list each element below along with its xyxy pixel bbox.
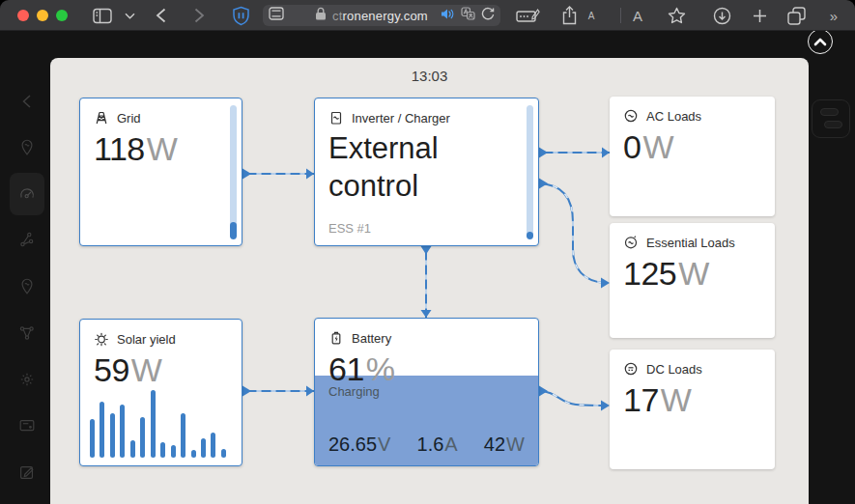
solar-sun-icon xyxy=(94,331,109,347)
solar-mini-chart xyxy=(90,388,226,458)
ac-loads-label: AC Loads xyxy=(646,109,701,124)
dc-loads-card[interactable]: DC Loads 17W xyxy=(610,350,775,469)
solar-bar xyxy=(211,433,215,458)
grid-gauge xyxy=(230,105,237,239)
inverter-gauge xyxy=(527,105,533,239)
autofill-icon[interactable] xyxy=(514,0,543,31)
forward-icon[interactable] xyxy=(189,0,209,31)
back-icon[interactable] xyxy=(151,0,170,31)
inverter-card[interactable]: Inverter / Charger External control ESS … xyxy=(314,98,539,246)
text-smaller-button[interactable]: A xyxy=(584,0,599,31)
translate-icon[interactable] xyxy=(461,7,475,24)
ac-loads-card[interactable]: AC Loads 0W xyxy=(610,97,775,216)
battery-voltage: 26.65V xyxy=(328,434,390,456)
collapse-overlay-button[interactable] xyxy=(808,29,833,54)
sidebar-item-settings[interactable] xyxy=(10,360,44,399)
grid-gauge-fill xyxy=(230,222,237,239)
solar-bar xyxy=(130,440,135,458)
new-tab-icon[interactable] xyxy=(750,0,769,31)
dc-loads-icon xyxy=(623,361,639,377)
battery-icon xyxy=(328,330,344,346)
sidebar-toggle-icon[interactable] xyxy=(91,0,114,31)
shield-pause-icon[interactable] xyxy=(228,0,253,31)
solar-bar xyxy=(171,445,176,458)
sidebar-item-dashboard-pin[interactable] xyxy=(10,128,44,167)
solar-bar xyxy=(140,417,145,458)
inverter-mode: External control xyxy=(328,129,525,205)
ac-loads-icon xyxy=(623,108,639,124)
share-icon[interactable] xyxy=(558,0,580,31)
url-text: ctronenergy.com xyxy=(332,9,435,23)
grid-unit: W xyxy=(147,130,178,167)
solar-yield-unit: W xyxy=(131,351,162,388)
browser-window: ctronenergy.com A A xyxy=(0,0,855,504)
bookmark-star-icon[interactable] xyxy=(665,0,688,31)
sidebar-item-back[interactable] xyxy=(10,82,44,121)
battery-soc-unit: % xyxy=(366,350,395,387)
traffic-light-close[interactable] xyxy=(17,10,29,21)
lock-icon[interactable] xyxy=(315,7,327,24)
reload-icon[interactable] xyxy=(481,7,495,24)
battery-soc-value: 61 xyxy=(328,350,364,387)
widget-toggle-button[interactable] xyxy=(812,99,850,138)
solar-bar xyxy=(201,438,206,458)
solar-bar xyxy=(110,413,115,458)
inverter-icon xyxy=(328,110,344,126)
battery-card[interactable]: Battery 61% Charging 26.65V 1.6A 42W xyxy=(314,318,539,466)
toolbar-overflow-icon[interactable]: » xyxy=(821,0,844,31)
inverter-gauge-fill xyxy=(527,232,533,239)
sidebar-item-edit[interactable] xyxy=(10,453,44,491)
inverter-subtitle: ESS #1 xyxy=(328,221,371,236)
solar-bar xyxy=(100,402,104,458)
dc-loads-unit: W xyxy=(661,381,692,418)
solar-bar xyxy=(181,413,185,458)
dc-loads-value: 17 xyxy=(623,381,659,418)
reader-icon[interactable] xyxy=(269,7,284,24)
downloads-icon[interactable] xyxy=(711,0,732,31)
connector-battery-dcloads xyxy=(539,391,606,406)
toolbar-divider xyxy=(620,8,621,23)
essential-loads-value: 125 xyxy=(623,255,676,292)
solar-bar xyxy=(160,442,165,458)
browser-toolbar: ctronenergy.com A A xyxy=(0,0,855,31)
solar-bar xyxy=(221,449,226,458)
essential-loads-label: Essential Loads xyxy=(646,236,735,250)
sidebar-item-overview-selected[interactable] xyxy=(10,173,44,215)
solar-bar xyxy=(151,390,156,458)
essential-loads-card[interactable]: Essential Loads 125W xyxy=(610,223,775,338)
traffic-light-minimize[interactable] xyxy=(37,10,48,21)
essential-loads-unit: W xyxy=(678,255,709,292)
solar-yield-card[interactable]: Solar yield 59W xyxy=(79,319,242,466)
battery-card-label: Battery xyxy=(352,331,391,346)
chevron-up-icon xyxy=(813,38,827,46)
battery-stats-row: 26.65V 1.6A 42W xyxy=(328,434,525,456)
grid-pylon-icon xyxy=(94,110,109,126)
solar-yield-label: Solar yield xyxy=(117,332,176,347)
widget-pill-icon xyxy=(824,121,842,128)
widget-pill-icon xyxy=(820,108,839,116)
battery-current: 1.6A xyxy=(417,434,458,456)
tab-overview-icon[interactable] xyxy=(784,0,808,31)
dc-loads-label: DC Loads xyxy=(646,362,702,377)
essential-loads-icon xyxy=(623,235,639,250)
chevron-down-icon[interactable] xyxy=(122,0,137,31)
ac-loads-value: 0 xyxy=(623,128,641,165)
sidebar-item-network[interactable] xyxy=(10,314,44,352)
text-larger-button[interactable]: A xyxy=(630,0,645,31)
battery-power: 42W xyxy=(484,434,525,456)
grid-card[interactable]: Grid 118W xyxy=(79,98,242,246)
inverter-card-label: Inverter / Charger xyxy=(352,111,450,126)
sidebar-item-location[interactable] xyxy=(10,267,44,306)
audio-playing-icon[interactable] xyxy=(441,7,455,24)
traffic-light-zoom[interactable] xyxy=(56,10,68,21)
address-bar[interactable]: ctronenergy.com xyxy=(263,5,500,26)
system-overview-panel: 13:03 xyxy=(50,58,809,504)
app-background: 13:03 xyxy=(0,31,855,504)
grid-value: 118 xyxy=(94,130,145,167)
sidebar-item-devices[interactable] xyxy=(10,221,44,260)
grid-card-label: Grid xyxy=(117,111,141,126)
sidebar-item-device-list[interactable] xyxy=(10,406,44,445)
ac-loads-unit: W xyxy=(642,128,673,165)
solar-bar xyxy=(191,450,196,458)
overview-timestamp: 13:03 xyxy=(50,68,809,84)
